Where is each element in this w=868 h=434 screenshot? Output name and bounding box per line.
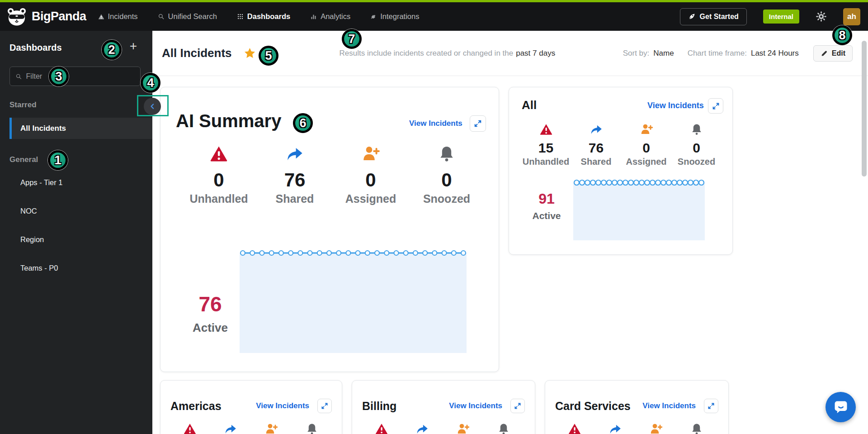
filter-input[interactable] [26,72,135,81]
annotation-badge-5: 5 [259,46,278,66]
incident-stats-row: 0 Unhandled 76 Shared 0 Assigned [181,144,485,205]
sidebar-item-label: Apps - Tier 1 [20,178,63,187]
active-count: 91 Active [522,191,571,221]
expand-card-button[interactable] [510,399,525,413]
sidebar-item-all-incidents[interactable]: All Incidents [9,118,152,139]
add-dashboard-button[interactable]: + [130,40,137,52]
incident-warning-icon [98,14,104,20]
nav-unified-search[interactable]: Unified Search [158,12,217,21]
incident-stats-row [554,422,717,434]
card-title: Americas [170,400,222,413]
nav-integrations[interactable]: Integrations [370,12,419,21]
stat-shared: 76 Shared [257,144,333,205]
stat-value: 15 [538,140,553,156]
card-title: All [522,98,537,112]
active-incidents-chart [240,249,467,353]
annotation-badge-6: 6 [293,113,313,133]
annotation-badge-1: 1 [48,150,68,170]
results-description: Results include incidents created or cha… [340,49,556,58]
warning-triangle-icon [183,422,197,434]
get-started-button[interactable]: Get Started [680,8,747,25]
sidebar-filter-box [9,67,141,86]
bigpanda-logo[interactable]: BigPanda [6,7,86,26]
person-plus-icon [640,123,653,136]
sidebar-item-teams-p0[interactable]: Teams - P0 [20,261,58,275]
sidebar-item-label: Region [20,235,44,244]
card-card-services: Card Services View Incidents [545,380,729,434]
expand-icon [707,402,715,410]
active-label: Active [522,210,571,221]
stat-label: Shared [581,157,612,167]
warning-triangle-icon [209,144,228,163]
bell-icon [497,422,510,434]
card-title: Billing [362,400,396,413]
dashboard-content: AI Summary View Incidents 0 Unhandled [152,76,868,434]
active-value: 76 [179,292,242,316]
nav-analytics[interactable]: Analytics [310,12,350,21]
nav-incidents[interactable]: Incidents [98,12,138,21]
plug-icon [370,14,377,20]
view-incidents-link[interactable]: View Incidents [256,401,309,410]
settings-gear-icon[interactable] [816,11,827,22]
person-plus-icon [361,144,380,163]
bell-icon [305,422,319,434]
view-incidents-link[interactable]: View Incidents [409,119,462,128]
expand-card-button[interactable] [470,115,486,132]
stat-label: Assigned [345,192,396,205]
user-avatar[interactable]: ah [843,8,860,25]
page-title: All Incidents [162,46,232,60]
internal-badge: Internal [763,10,799,24]
brand-name: BigPanda [32,10,86,24]
expand-card-button[interactable] [708,98,723,114]
sidebar-item-noc[interactable]: NOC [20,204,37,218]
expand-icon [712,102,720,110]
favorite-star-icon[interactable] [244,47,256,59]
pencil-icon [821,50,828,57]
primary-nav: Incidents Unified Search Dashboards Anal… [98,12,420,21]
vertical-scrollbar[interactable] [862,41,867,176]
view-incidents-link[interactable]: View Incidents [647,101,704,110]
bigpanda-app: BigPanda Incidents Unified Search Dashbo… [0,0,868,434]
card-billing: Billing View Incidents [352,380,535,434]
expand-icon [514,402,522,410]
warning-triangle-icon [375,422,388,434]
sort-by-value[interactable]: Name [653,49,674,58]
stat-value: 0 [365,169,376,191]
annotation-badge-8: 8 [832,25,852,45]
view-incidents-link[interactable]: View Incidents [449,401,502,410]
card-title: Card Services [555,400,631,413]
card-americas: Americas View Incidents [160,380,342,434]
nav-dashboards[interactable]: Dashboards [237,12,290,21]
stat-unhandled: 0 Unhandled [181,144,257,205]
annotation-badge-4: 4 [141,73,160,93]
header-controls: Sort by: Name Chart time frame: Last 24 … [623,45,853,62]
stat-value: 76 [589,140,604,156]
edit-button[interactable]: Edit [813,45,853,62]
stat-assigned: 0 Assigned [333,144,409,205]
results-range-selector[interactable]: past 7 days [516,49,555,57]
active-label: Active [179,321,242,335]
card-all: All View Incidents 15 Unhandled 7 [509,87,733,255]
panda-logo-icon [6,7,27,26]
filter-search-icon [15,73,22,80]
topbar-right-group: Get Started Internal ah [680,8,860,25]
sidebar-item-region[interactable]: Region [20,233,44,246]
stat-shared: 76 Shared [571,123,621,167]
nav-analytics-label: Analytics [321,12,350,21]
sidebar-item-apps-tier-1[interactable]: Apps - Tier 1 [20,176,63,189]
timeframe-value[interactable]: Last 24 Hours [751,49,799,58]
rocket-icon [688,13,696,20]
expand-icon [473,119,482,128]
stat-label: Snoozed [423,192,470,205]
view-incidents-link[interactable]: View Incidents [642,401,696,410]
person-plus-icon [649,422,663,434]
expand-card-button[interactable] [317,399,332,413]
incident-stats-row [170,422,332,434]
top-navigation-bar: BigPanda Incidents Unified Search Dashbo… [0,2,868,31]
expand-card-button[interactable] [704,399,718,413]
active-incidents-chart [573,178,705,240]
annotation-badge-3: 3 [49,67,69,86]
person-plus-icon [264,422,278,434]
nav-dashboards-label: Dashboards [247,12,290,21]
chat-widget-button[interactable] [826,392,856,422]
